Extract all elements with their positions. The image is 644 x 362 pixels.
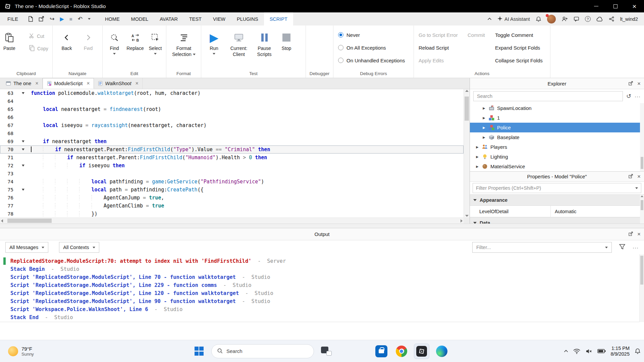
pause-scripts-button[interactable]: Pause Scripts <box>254 30 275 57</box>
line-number[interactable]: 77 <box>0 203 17 208</box>
line-number[interactable]: 63 <box>0 90 17 96</box>
output-line[interactable]: Script 'Workspace.Police.WalknShoot', Li… <box>0 305 644 313</box>
line-number[interactable]: 73 <box>0 171 17 176</box>
fold-arrow-icon[interactable] <box>22 189 24 191</box>
close-tab-icon[interactable]: × <box>35 81 38 86</box>
horizontal-splitter[interactable] <box>0 224 644 228</box>
find-dropdown-icon[interactable] <box>113 53 116 55</box>
menu-tab-home[interactable]: HOME <box>99 12 125 25</box>
menu-tab-script[interactable]: SCRIPT <box>264 12 293 25</box>
open-file-icon[interactable] <box>39 16 44 22</box>
undo-icon[interactable]: ↶ <box>78 16 83 22</box>
select-button[interactable]: Select <box>146 30 165 55</box>
output-close-icon[interactable]: × <box>637 231 641 237</box>
line-number[interactable]: 75 <box>0 187 17 192</box>
doc-tab-modulescript[interactable]: ModuleScript× <box>43 78 94 89</box>
fold-column[interactable] <box>17 186 31 194</box>
code-line[interactable]: 63function policemodule.walktotarget(roo… <box>0 89 464 97</box>
line-number[interactable]: 71 <box>0 155 17 160</box>
explorer-popout-icon[interactable] <box>629 81 633 86</box>
share-icon[interactable] <box>609 16 614 22</box>
cut-button[interactable]: Cut <box>29 33 44 40</box>
line-number[interactable]: 68 <box>0 131 17 136</box>
properties-popout-icon[interactable] <box>629 174 633 179</box>
scroll-left-icon[interactable] <box>1 219 3 223</box>
action-apply-edits[interactable]: Apply Edits <box>419 56 458 64</box>
action-toggle-comment[interactable]: Toggle Comment <box>495 31 543 39</box>
line-number[interactable]: 70 <box>0 147 17 152</box>
expand-arrow-icon[interactable]: ▶ <box>482 126 486 129</box>
cloud-icon[interactable] <box>596 17 603 21</box>
stop-icon[interactable]: ■ <box>69 16 72 21</box>
minimize-button[interactable] <box>587 0 606 12</box>
help-icon[interactable]: ? <box>585 16 591 22</box>
expand-arrow-icon[interactable]: ▶ <box>475 145 479 149</box>
action-expand-script-folds[interactable]: Expand Script Folds <box>495 44 543 52</box>
roblox-studio-app-button[interactable] <box>414 344 429 359</box>
expand-arrow-icon[interactable]: ▶ <box>475 155 479 159</box>
line-number[interactable]: 64 <box>0 99 17 104</box>
wifi-icon[interactable] <box>573 349 580 354</box>
explorer-close-icon[interactable]: × <box>637 81 641 86</box>
chrome-app-button[interactable] <box>394 344 409 359</box>
output-messages-filter[interactable]: All Messages <box>5 242 48 253</box>
action-reload-script[interactable]: Reload Script <box>419 44 458 52</box>
battery-icon[interactable] <box>597 349 606 353</box>
code-line[interactable]: 64 <box>0 97 464 105</box>
debug-option-never[interactable]: Never <box>338 31 405 39</box>
explorer-overflow-icon[interactable]: ··· <box>635 94 641 99</box>
explorer-scroll-thumb[interactable] <box>641 157 643 169</box>
clock[interactable]: 1:15 PM 8/9/2025 <box>611 346 630 357</box>
line-number[interactable]: 72 <box>0 163 17 168</box>
scroll-right-icon[interactable] <box>461 219 463 223</box>
output-line[interactable]: Script 'ReplicatedStorage.ModuleScript',… <box>0 289 644 297</box>
task-view-button[interactable] <box>319 344 334 359</box>
fold-column[interactable] <box>17 145 31 154</box>
code-line[interactable]: 77AgentCanClimb = true <box>0 202 464 210</box>
properties-filter-dropdown-icon[interactable] <box>635 187 638 189</box>
properties-close-icon[interactable]: × <box>637 174 641 179</box>
store-app-button[interactable] <box>374 344 389 359</box>
expand-arrow-icon[interactable]: ▶ <box>475 165 479 168</box>
code-line[interactable]: 67local iseeyou = raycastsight(nearestta… <box>0 121 464 129</box>
expand-arrow-icon[interactable]: ▶ <box>482 106 486 110</box>
output-popout-icon[interactable] <box>629 231 633 237</box>
notification-bell-icon[interactable] <box>635 348 641 354</box>
replace-button[interactable]: AB Replace <box>125 30 146 51</box>
menu-tab-plugins[interactable]: PLUGINS <box>231 12 264 25</box>
feedback-icon[interactable] <box>574 16 579 22</box>
line-number[interactable]: 69 <box>0 139 17 144</box>
code-line[interactable]: 76AgentCanJump = true, <box>0 194 464 202</box>
explorer-item-1[interactable]: ▶1 <box>470 113 640 123</box>
output-scroll-thumb[interactable] <box>640 256 643 285</box>
code-line[interactable]: 75local path = pathfinding:CreatePath({ <box>0 186 464 194</box>
close-button[interactable]: × <box>625 0 644 12</box>
explorer-item-police[interactable]: ▶Police <box>470 123 640 132</box>
output-line[interactable]: Stack End - Studio <box>0 313 644 321</box>
notifications-bell-icon[interactable] <box>536 16 541 22</box>
doc-tab-the-one[interactable]: The one× <box>2 78 43 89</box>
code-line[interactable]: 78}) <box>0 210 464 218</box>
fold-arrow-icon[interactable] <box>22 148 24 150</box>
output-line[interactable]: ReplicatedStorage.ModuleScript:70: attem… <box>0 257 644 265</box>
start-button[interactable] <box>191 344 207 359</box>
line-number[interactable]: 76 <box>0 195 17 200</box>
scroll-down-icon[interactable] <box>465 215 469 217</box>
menu-tab-avatar[interactable]: AVATAR <box>154 12 183 25</box>
code-line[interactable]: 71if nearesttarget.Parent:FindFirstChild… <box>0 154 464 162</box>
explorer-item-baseplate[interactable]: ▶Baseplate <box>470 132 640 142</box>
editor-horizontal-scrollbar[interactable] <box>0 218 464 224</box>
tray-chevron-icon[interactable] <box>564 350 568 353</box>
code-line[interactable]: 65local nearesttarget = findnearest(root… <box>0 105 464 113</box>
output-line[interactable]: Script 'ReplicatedStorage.ModuleScript',… <box>0 297 644 305</box>
new-file-icon[interactable] <box>28 16 33 22</box>
user-avatar[interactable] <box>547 15 556 23</box>
fold-arrow-icon[interactable] <box>22 140 24 142</box>
explorer-item-players[interactable]: ▶Players <box>470 142 640 152</box>
edge-app-button[interactable] <box>434 344 449 359</box>
back-button[interactable]: Back <box>57 30 76 51</box>
code-line[interactable]: 72if iseeyou then <box>0 162 464 170</box>
add-collaborator-icon[interactable] <box>561 16 568 22</box>
explorer-scrollbar[interactable] <box>640 103 644 171</box>
current-client-button[interactable]: Current: Client <box>226 30 252 57</box>
